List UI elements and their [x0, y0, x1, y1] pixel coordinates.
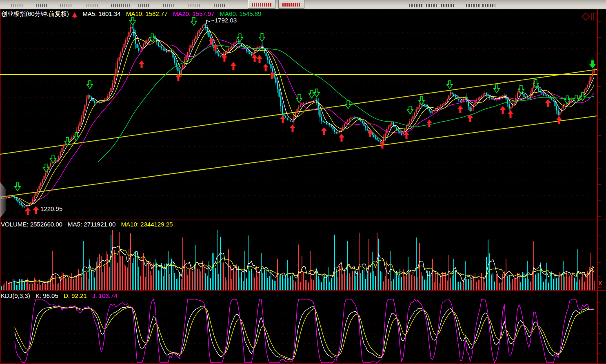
toolbar-status-fragment [426, 4, 438, 7]
chart-canvas[interactable] [0, 0, 606, 364]
ma10-value: MA10: 1582.77 [126, 10, 168, 17]
toolbar-menu-fragment[interactable] [87, 4, 99, 7]
toolbar-menu-fragment[interactable] [138, 4, 150, 7]
volume-ma5-value: MA5: 2711921.00 [68, 221, 115, 228]
volume-ma10-value: MA10: 2344129.25 [121, 221, 173, 228]
kdj-j-value: J: 103.74 [92, 292, 118, 299]
toolbar-red-button-2[interactable] [278, 0, 304, 9]
kdj-params: KDJ(9,3,3) [1, 292, 30, 299]
toolbar-menu-fragment[interactable] [214, 4, 226, 7]
kdj-k-value: K: 96.05 [36, 292, 58, 299]
toolbar-menu-fragment[interactable] [60, 4, 73, 7]
toolbar-status-fragment [466, 4, 480, 7]
close-indicator-button[interactable]: X [598, 280, 602, 286]
top-toolbar[interactable] [0, 0, 606, 9]
kdj-pane-header: KDJ(9,3,3) K: 96.05 D: 92.21 J: 103.74 [1, 292, 121, 299]
ma5-value: MA5: 1601.34 [82, 10, 120, 17]
up-arrow-icon [72, 12, 77, 17]
toolbar-status-fragment [409, 4, 424, 7]
toolbar-menu-fragment[interactable] [189, 4, 201, 7]
volume-value: VOLUME: 2552660.00 [1, 221, 62, 228]
toolbar-menu-fragment[interactable] [36, 4, 48, 7]
ma60-value: MA60: 1545.89 [220, 10, 262, 17]
red-text-fragment [252, 3, 271, 7]
period-high-label: ~1792.03 [211, 17, 237, 24]
split-window-icon[interactable] [591, 13, 597, 20]
instrument-title: 创业板指(60分钟.前复权) [1, 10, 69, 17]
trading-app-window: 创业板指(60分钟.前复权) MA5: 1601.34 MA10: 1582.7… [0, 0, 606, 364]
toolbar-menu-fragment[interactable] [11, 4, 24, 7]
toolbar-red-button-1[interactable] [248, 0, 275, 9]
kdj-d-value: D: 92.21 [64, 292, 87, 299]
toolbar-status-fragment [482, 4, 495, 7]
toolbar-status-fragment [441, 4, 454, 7]
toolbar-menu-fragment[interactable] [111, 4, 130, 7]
volume-pane-header: VOLUME: 2552660.00 MA5: 2711921.00 MA10:… [1, 221, 176, 228]
ma20-value: MA20: 1557.97 [173, 10, 215, 17]
red-text-fragment [282, 3, 300, 7]
period-low-label: ←1220.95 [34, 205, 62, 212]
toolbar-menu-fragment[interactable] [163, 4, 175, 7]
